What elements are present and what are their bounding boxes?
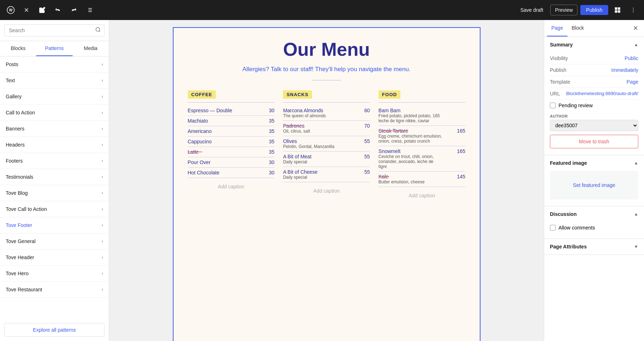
save-draft-button[interactable]: Save draft: [516, 5, 547, 15]
svg-point-9: [96, 28, 100, 31]
publish-label: Publish: [550, 67, 566, 73]
visibility-row: Visibility Public: [550, 53, 638, 64]
sidebar-item-label: Headers: [6, 142, 25, 148]
discussion-section: Discussion ▲ Allow comments: [544, 206, 644, 239]
sidebar-item-label: Gallery: [6, 94, 21, 99]
settings-button[interactable]: [611, 4, 624, 16]
menu-columns: COFFEE Espresso — Double 30 Machiato 35 …: [188, 90, 465, 200]
snacks-column: SNACKS Marcona Almonds The queen of almo…: [283, 90, 370, 200]
left-sidebar: Blocks Patterns Media Posts › Text › Gal…: [0, 20, 109, 341]
canvas-area: Our Menu Allergies? Talk to our staff! T…: [109, 20, 544, 341]
page-attributes-toggle-icon: ▼: [634, 244, 638, 249]
right-sidebar-tabs: Page Block ✕: [544, 20, 644, 37]
sidebar-item-tove-call-to-action[interactable]: Tove Call to Action ›: [0, 201, 109, 217]
move-to-trash-button[interactable]: Move to trash: [550, 135, 638, 148]
svg-point-8: [633, 11, 634, 12]
sidebar-item-label: Footers: [6, 158, 23, 164]
menu-subtitle: Allergies? Talk to our staff! They'll he…: [188, 66, 465, 73]
featured-image-area[interactable]: Set featured image: [550, 171, 638, 199]
sidebar-item-tove-header[interactable]: Tove Header ›: [0, 249, 109, 266]
svg-point-7: [633, 10, 634, 10]
coffee-header: COFFEE: [188, 90, 216, 99]
coffee-caption[interactable]: Add caption: [188, 178, 275, 191]
chevron-right-icon: ›: [102, 142, 103, 147]
chevron-right-icon: ›: [102, 78, 103, 83]
snacks-header: SNACKS: [283, 90, 312, 99]
undo-button[interactable]: [52, 4, 64, 16]
tab-media[interactable]: Media: [73, 41, 109, 56]
page-attributes-header[interactable]: Page Attributes ▼: [544, 239, 644, 254]
pending-review-row: Pending review: [550, 100, 638, 111]
sidebar-item-testimonials[interactable]: Testimonials ›: [0, 169, 109, 185]
snacks-caption[interactable]: Add caption: [283, 182, 370, 195]
sidebar-item-banners[interactable]: Banners ›: [0, 121, 109, 137]
sidebar-item-tove-general[interactable]: Tove General ›: [0, 233, 109, 249]
sidebar-item-posts[interactable]: Posts ›: [0, 56, 109, 73]
sidebar-item-tove-footer[interactable]: Tove Footer ›: [0, 217, 109, 233]
chevron-right-icon: ›: [102, 207, 103, 212]
sidebar-item-tove-blog[interactable]: Tove Blog ›: [0, 185, 109, 201]
chevron-right-icon: ›: [102, 287, 103, 292]
menu-item-bit-of-meat: A Bit of Meat Daily special 55: [283, 152, 370, 167]
menu-item-snowmelt: Snowmelt Ceviche on trout, chili, onion,…: [379, 146, 465, 172]
summary-toggle-icon: ▲: [634, 42, 638, 47]
sidebar-item-label: Posts: [6, 61, 18, 67]
menu-item-espresso: Espresso — Double 30: [188, 105, 275, 116]
redo-button[interactable]: [67, 4, 80, 16]
list-view-button[interactable]: [83, 4, 96, 16]
tab-blocks[interactable]: Blocks: [0, 41, 36, 56]
publish-button[interactable]: Publish: [580, 5, 608, 15]
sidebar-item-tove-hero[interactable]: Tove Hero ›: [0, 266, 109, 282]
sidebar-item-label: Call to Action: [6, 110, 35, 115]
allow-comments-label: Allow comments: [558, 225, 595, 231]
sidebar-item-call-to-action[interactable]: Call to Action ›: [0, 105, 109, 121]
food-caption[interactable]: Add caption: [379, 187, 465, 200]
discussion-header[interactable]: Discussion ▲: [544, 206, 644, 222]
tab-block[interactable]: Block: [567, 20, 588, 36]
sidebar-list: Posts › Text › Gallery › Call to Action …: [0, 56, 109, 319]
menu-item-olives: Olives Pelotin, Gordal, Manzanilla 55: [283, 136, 370, 152]
visibility-value[interactable]: Public: [625, 55, 638, 61]
food-header: FOOD: [379, 90, 401, 99]
summary-body: Visibility Public Publish Immediately Te…: [544, 53, 644, 155]
sidebar-item-label: Tove Call to Action: [6, 206, 47, 212]
url-value[interactable]: Blockthemetesting:8890/auto-draft/: [566, 91, 638, 96]
close-button[interactable]: [20, 4, 33, 16]
featured-image-header[interactable]: Featured image ▲: [544, 155, 644, 171]
sidebar-item-gallery[interactable]: Gallery ›: [0, 89, 109, 105]
menu-item-steak-tartare: Steak Tartare Egg creme, chimichurri emu…: [379, 126, 465, 146]
template-row: Template Page: [550, 76, 638, 88]
menu-item-pour-over: Pour Over 30: [188, 157, 275, 168]
pending-review-label: Pending review: [558, 103, 593, 108]
edit-button[interactable]: [36, 4, 49, 16]
author-select[interactable]: dee35007: [550, 120, 638, 131]
allow-comments-checkbox[interactable]: [550, 225, 556, 231]
svg-point-6: [633, 8, 634, 9]
sidebar-tabs: Blocks Patterns Media: [0, 41, 109, 56]
template-value[interactable]: Page: [626, 79, 638, 85]
set-featured-image-button[interactable]: Set featured image: [570, 179, 618, 191]
chevron-right-icon: ›: [102, 191, 103, 196]
tab-page[interactable]: Page: [547, 20, 567, 36]
sidebar-item-text[interactable]: Text ›: [0, 73, 109, 89]
sidebar-item-label: Tove Header: [6, 254, 34, 260]
sidebar-item-label: Tove Restaurant: [6, 287, 42, 292]
explore-all-patterns-button[interactable]: Explore all patterns: [4, 323, 104, 337]
summary-header[interactable]: Summary ▲: [544, 37, 644, 53]
preview-button[interactable]: Preview: [550, 5, 577, 15]
svg-rect-3: [618, 8, 620, 9]
search-icon: [95, 27, 101, 34]
search-input[interactable]: [4, 24, 104, 36]
publish-value[interactable]: Immediately: [611, 67, 638, 73]
pending-review-checkbox[interactable]: [550, 103, 556, 108]
sidebar-item-footers[interactable]: Footers ›: [0, 153, 109, 169]
tab-patterns[interactable]: Patterns: [36, 41, 72, 56]
menu-item-cappucino: Cappucino 35: [188, 137, 275, 147]
wp-logo[interactable]: W: [4, 4, 17, 16]
menu-item-padrones: Padrones Oil, citrus, salt 70: [283, 121, 370, 136]
sidebar-item-tove-restaurant[interactable]: Tove Restaurant ›: [0, 282, 109, 298]
svg-rect-5: [615, 11, 617, 13]
sidebar-item-headers[interactable]: Headers ›: [0, 137, 109, 153]
more-options-button[interactable]: [627, 4, 640, 16]
close-sidebar-button[interactable]: ✕: [630, 23, 641, 34]
